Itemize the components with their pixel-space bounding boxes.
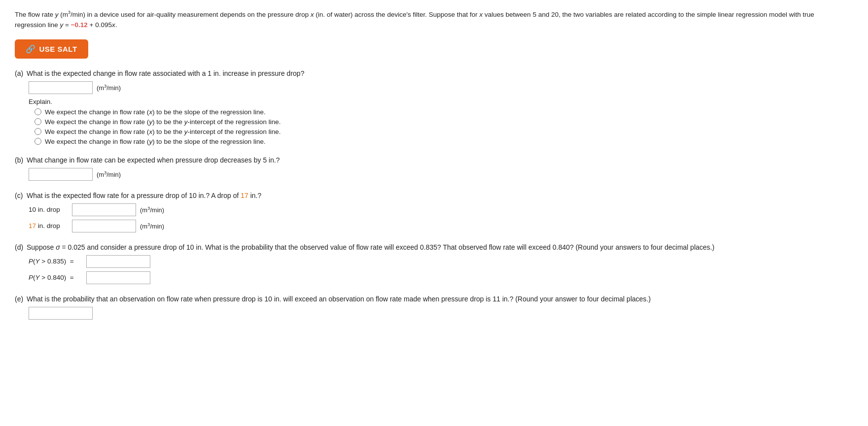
radio-label-2: We expect the change in flow rate (y) to…: [45, 118, 281, 126]
radio-input-3[interactable]: [35, 128, 41, 135]
part-c-row-10: 10 in. drop (m3/min): [29, 203, 853, 216]
part-a-section: (a) What is the expected change in flow …: [15, 69, 853, 145]
part-c-unit-10: (m3/min): [140, 206, 164, 214]
radio-input-1[interactable]: [35, 108, 41, 115]
part-e-answer-input[interactable]: [29, 307, 93, 320]
part-d-section: (d) Suppose σ = 0.025 and consider a pre…: [15, 243, 853, 284]
part-b-unit: (m3/min): [97, 170, 121, 178]
part-c-inputs: 10 in. drop (m3/min) 17 in. drop (m3/min…: [29, 203, 853, 232]
drop-label-10: 10 in. drop: [29, 206, 68, 213]
part-a-question: What is the expected change in flow rate…: [27, 69, 304, 77]
use-salt-label: USE SALT: [39, 45, 77, 53]
part-b-letter: (b): [15, 156, 24, 164]
part-e-question: What is the probability that an observat…: [27, 295, 651, 303]
part-d-question: Suppose σ = 0.025 and consider a pressur…: [27, 243, 714, 251]
radio-input-2[interactable]: [35, 118, 41, 125]
radio-option-2[interactable]: We expect the change in flow rate (y) to…: [35, 118, 853, 126]
prob-label-840: P(Y > 0.840) =: [29, 274, 83, 281]
part-e-letter: (e): [15, 295, 24, 303]
part-b-section: (b) What change in flow rate can be expe…: [15, 156, 853, 181]
part-a-explain-label: Explain.: [29, 98, 853, 105]
part-a-answer-input[interactable]: [29, 81, 93, 94]
use-salt-button[interactable]: 🔗 USE SALT: [15, 39, 88, 59]
part-e-section: (e) What is the probability that an obse…: [15, 295, 853, 320]
part-b-question: What change in flow rate can be expected…: [27, 156, 280, 164]
part-c-letter: (c): [15, 192, 24, 199]
part-c-input-17[interactable]: [72, 220, 136, 232]
part-c-unit-17: (m3/min): [140, 222, 164, 230]
intro-paragraph: The flow rate y (m3/min) in a device use…: [15, 9, 843, 31]
drop-label-17: 17 in. drop: [29, 222, 68, 229]
prob-label-835: P(Y > 0.835) =: [29, 258, 83, 265]
negative-value: −0.12: [71, 21, 88, 29]
part-c-highlight: 17: [241, 192, 248, 199]
part-d-letter: (d): [15, 243, 24, 251]
salt-icon: 🔗: [26, 44, 36, 54]
radio-label-1: We expect the change in flow rate (x) to…: [45, 108, 266, 116]
part-a-letter: (a): [15, 69, 24, 77]
part-c-section: (c) What is the expected flow rate for a…: [15, 192, 853, 232]
part-d-inputs: P(Y > 0.835) = P(Y > 0.840) =: [29, 255, 853, 284]
radio-option-1[interactable]: We expect the change in flow rate (x) to…: [35, 108, 853, 116]
prob-row-835: P(Y > 0.835) =: [29, 255, 853, 268]
part-a-radio-group: We expect the change in flow rate (x) to…: [35, 108, 853, 145]
part-c-row-17: 17 in. drop (m3/min): [29, 220, 853, 232]
prob-input-835[interactable]: [86, 255, 150, 268]
radio-label-3: We expect the change in flow rate (x) to…: [45, 128, 281, 135]
radio-option-4[interactable]: We expect the change in flow rate (y) to…: [35, 138, 853, 145]
prob-row-840: P(Y > 0.840) =: [29, 271, 853, 284]
part-c-input-10[interactable]: [72, 203, 136, 216]
part-b-answer-input[interactable]: [29, 168, 93, 181]
radio-label-4: We expect the change in flow rate (y) to…: [45, 138, 266, 145]
part-a-unit: (m3/min): [97, 84, 121, 92]
prob-input-840[interactable]: [86, 271, 150, 284]
part-c-question: What is the expected flow rate for a pre…: [27, 192, 261, 199]
radio-option-3[interactable]: We expect the change in flow rate (x) to…: [35, 128, 853, 135]
radio-input-4[interactable]: [35, 138, 41, 145]
